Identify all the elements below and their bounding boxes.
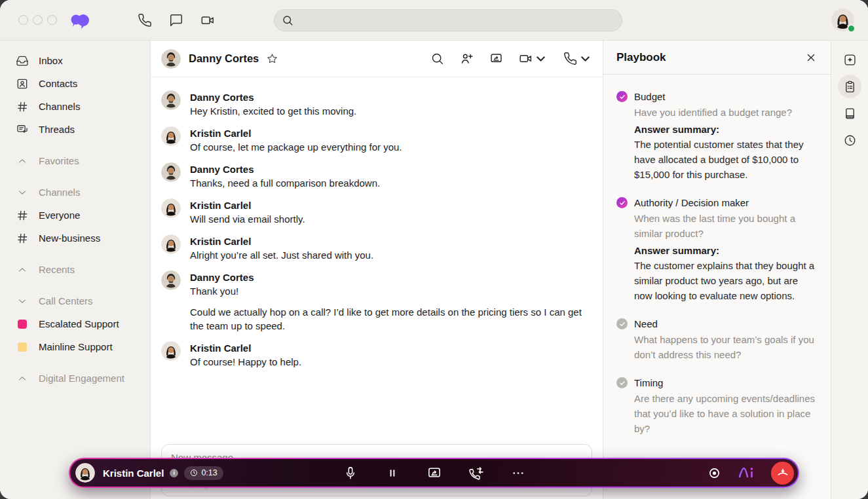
close-icon[interactable] — [804, 51, 818, 64]
rail-ai-sparkle-icon[interactable] — [838, 48, 861, 71]
sidebar-section-label: Favorites — [39, 155, 79, 166]
sidebar-section-call-centers[interactable]: Call Centers — [0, 289, 150, 312]
screen-share-icon[interactable] — [426, 466, 442, 481]
chevron-up-icon — [17, 373, 28, 384]
window-close-button[interactable] — [18, 15, 28, 25]
video-action-icon[interactable] — [519, 52, 548, 65]
sidebar: InboxContactsChannelsThreadsFavoritesCha… — [0, 41, 151, 499]
message-sender: Kristin Carlel — [190, 126, 402, 140]
sidebar-section-favorites[interactable]: Favorites — [0, 149, 150, 172]
video-icon[interactable] — [200, 13, 215, 28]
phone-action-icon[interactable] — [563, 52, 592, 65]
window-minimize-button[interactable] — [33, 15, 43, 25]
call-right-controls — [708, 462, 794, 485]
record-icon[interactable] — [708, 466, 721, 480]
playbook-question: Have you identified a budget range? — [634, 105, 818, 120]
sidebar-section-label: Digital Engagement — [39, 373, 124, 384]
sidebar-section-label: Channels — [39, 187, 80, 198]
check-circle-icon — [616, 318, 628, 329]
sidebar-item-label: Mainline Support — [39, 341, 113, 352]
chevron-up-icon — [17, 265, 28, 275]
sidebar-item-everyone[interactable]: Everyone — [0, 204, 150, 227]
contact-avatar — [161, 49, 181, 69]
hang-up-button[interactable] — [771, 462, 794, 485]
chat-panel: Danny Cortes Danny CortesHey Kristin, ex… — [151, 41, 603, 499]
answer-summary-text: The potential customer states that they … — [634, 137, 818, 182]
rail-clock-icon[interactable] — [838, 128, 861, 152]
pause-icon[interactable] — [385, 466, 400, 481]
message-text: Of course, let me package up everything … — [190, 140, 402, 154]
check-circle-icon — [616, 91, 628, 102]
message[interactable]: Danny CortesThanks, need a full comparis… — [161, 162, 592, 190]
message[interactable]: Kristin CarlelAlright you’re all set. Ju… — [161, 234, 592, 262]
window-zoom-button[interactable] — [47, 15, 57, 25]
sidebar-item-inbox[interactable]: Inbox — [0, 49, 150, 72]
message[interactable]: Danny CortesThank you!Could we actually … — [161, 270, 592, 333]
contacts-icon — [16, 77, 29, 90]
message-sender: Kristin Carlel — [190, 198, 305, 212]
playbook-item-budget[interactable]: BudgetHave you identified a budget range… — [616, 90, 818, 182]
sidebar-item-contacts[interactable]: Contacts — [0, 72, 150, 95]
message[interactable]: Kristin CarlelOf course, let me package … — [161, 126, 592, 154]
active-call-bar: Kristin Carlel 0:13 — [69, 458, 799, 488]
chevron-down-icon — [17, 187, 28, 198]
more-icon[interactable] — [510, 466, 525, 481]
message-avatar — [161, 234, 181, 254]
sidebar-section-digital-engagement[interactable]: Digital Engagement — [0, 367, 150, 390]
sidebar-section-label: Call Centers — [39, 295, 93, 306]
chat-icon[interactable] — [169, 13, 183, 28]
favorite-star-icon[interactable] — [267, 53, 278, 64]
side-rail — [831, 41, 868, 499]
message[interactable]: Kristin CarlelWill send via email shortl… — [161, 198, 592, 226]
sidebar-item-label: Contacts — [39, 78, 77, 89]
sidebar-item-new-business[interactable]: New-business — [0, 227, 150, 250]
rail-book-icon[interactable] — [838, 102, 861, 125]
chevron-up-icon — [17, 156, 28, 166]
rail-clipboard-icon[interactable] — [838, 75, 861, 98]
primary-nav — [138, 13, 215, 28]
sidebar-item-escalated-support[interactable]: Escalated Support — [0, 312, 150, 335]
message-avatar — [161, 90, 181, 110]
sidebar-item-channels[interactable]: Channels — [0, 95, 150, 118]
message-avatar — [161, 270, 181, 290]
sidebar-item-threads[interactable]: Threads — [0, 118, 150, 141]
playbook-item-authority-decision-maker[interactable]: Authority / Decision makerWhen was the l… — [616, 196, 818, 303]
search-input[interactable] — [299, 15, 614, 26]
sidebar-item-mainline-support[interactable]: Mainline Support — [0, 335, 150, 358]
threads-icon — [16, 123, 29, 136]
ai-logo[interactable] — [737, 466, 757, 480]
message-avatar — [161, 162, 181, 182]
message-text: Hey Kristin, excited to get this moving. — [190, 104, 356, 118]
dialpad-logo-icon — [68, 11, 92, 29]
answer-summary-text: The customer explains that they bought a… — [634, 258, 818, 303]
sidebar-section-channels[interactable]: Channels — [0, 181, 150, 204]
check-circle-icon — [616, 377, 628, 388]
window-controls[interactable] — [18, 15, 57, 25]
person-add-action-icon[interactable] — [460, 52, 474, 65]
phone-transfer-icon[interactable] — [468, 466, 483, 481]
call-participant-name: Kristin Carlel — [103, 468, 164, 479]
message[interactable]: Danny CortesHey Kristin, excited to get … — [161, 90, 592, 118]
message-avatar — [161, 126, 181, 146]
sidebar-section-recents[interactable]: Recents — [0, 258, 150, 281]
hash-icon — [16, 232, 29, 245]
search-icon — [282, 14, 293, 26]
playbook-item-timing[interactable]: TimingAre there any upcoming events/dead… — [616, 376, 818, 436]
search-action-icon[interactable] — [430, 52, 444, 65]
phone-icon[interactable] — [138, 13, 152, 28]
message-text: Thanks, need a full comparison breakdown… — [190, 176, 380, 190]
sidebar-item-label: Everyone — [39, 210, 80, 221]
playbook-title: Playbook — [616, 51, 666, 64]
playbook-item-title: Budget — [634, 90, 818, 103]
color-swatch — [18, 342, 27, 352]
call-participant-avatar — [75, 463, 95, 483]
screen-share-action-icon[interactable] — [489, 52, 503, 65]
call-info-icon[interactable] — [170, 469, 178, 477]
playbook-item-need[interactable]: NeedWhat happens to your team’s goals if… — [616, 317, 818, 362]
message[interactable]: Kristin CarlelOf course! Happy to help. — [161, 341, 592, 369]
global-search[interactable] — [274, 9, 622, 31]
sidebar-item-label: Inbox — [39, 55, 63, 66]
user-avatar[interactable] — [831, 9, 854, 31]
playbook-question: Are there any upcoming events/deadlines … — [634, 391, 818, 436]
mic-icon[interactable] — [343, 466, 358, 481]
